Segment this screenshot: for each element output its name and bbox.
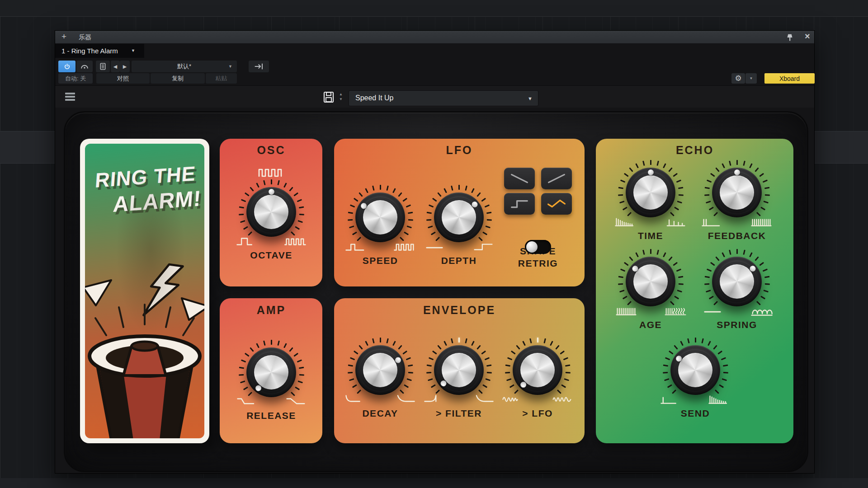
program-dropdown[interactable]: 默认* ▼ (132, 61, 237, 72)
feedback-min-icon (701, 216, 724, 228)
filter-max-icon (472, 393, 495, 406)
retrig-toggle[interactable] (525, 240, 551, 254)
event-list-icon[interactable] (96, 61, 110, 72)
save-preset-icon[interactable] (323, 91, 334, 103)
compare-button[interactable]: 对照 (96, 73, 150, 84)
knob-cap (442, 200, 476, 235)
preset-strip: ▲ ▼ Speed It Up ▼ (55, 85, 814, 108)
knob-cap (254, 195, 288, 229)
envelope-title: ENVELOPE (392, 304, 527, 317)
speed-min-icon (344, 240, 368, 253)
window-title: 乐器 (79, 33, 91, 42)
amp-title: AMP (203, 304, 339, 317)
feedback-label: FEEDBACK (687, 230, 787, 241)
spring-max-icon (750, 305, 773, 317)
artwork-title-line1: RING THE (94, 162, 196, 192)
chevron-down-icon: ▼ (131, 48, 135, 53)
octave-max-icon (284, 235, 307, 248)
pin-icon[interactable] (785, 33, 795, 42)
feedback-max-icon (750, 216, 773, 228)
knob-cap (442, 353, 476, 387)
instrument-window: + 乐器 × 1 - Ring The Alarm ▼ ◀ ▶ 默认* ▼ (55, 30, 815, 474)
chevron-down-icon: ▼ (228, 64, 232, 69)
knob-cap (363, 353, 397, 387)
send-max-icon (708, 393, 731, 406)
previous-preset-button[interactable]: ◀ (111, 61, 120, 72)
time-min-icon (614, 216, 638, 228)
settings-dropdown-icon[interactable]: ▼ (745, 73, 757, 84)
menu-icon[interactable] (65, 93, 75, 101)
preset-dropdown[interactable]: Speed It Up ▼ (349, 90, 538, 106)
plugin-artwork: RING THE ALARM! (80, 139, 209, 443)
osc-title: OSC (203, 144, 339, 157)
artwork-poster: RING THE ALARM! (85, 144, 204, 438)
lightning-bolt-art (137, 259, 188, 323)
preset-stepper[interactable]: ▲ ▼ (338, 92, 344, 103)
daw-background: + 乐器 × 1 - Ring The Alarm ▼ ◀ ▶ 默认* ▼ (0, 0, 868, 488)
lfo-amount-max-icon (550, 393, 574, 406)
release-label: RELEASE (222, 410, 321, 421)
instrument-selector[interactable]: 1 - Ring The Alarm ▼ (55, 44, 144, 58)
send-min-icon (659, 393, 683, 406)
add-instrument-icon[interactable]: + (61, 32, 66, 42)
window-titlebar: + 乐器 × (55, 31, 814, 44)
lfo-shape-ramp-up-button[interactable] (541, 168, 572, 189)
gear-icon[interactable]: ⚙ (731, 73, 745, 84)
knob-cap (678, 353, 712, 387)
send-label: SEND (646, 408, 745, 419)
spring-min-icon (701, 305, 724, 317)
lfo-shape-square-button[interactable] (504, 193, 535, 215)
lfo-shape-triangle-button[interactable] (541, 193, 572, 215)
knob-cap (720, 264, 754, 299)
automation-toggle[interactable]: 自动: 关 (58, 73, 93, 84)
filter-min-icon (423, 393, 446, 406)
xboard-button[interactable]: Xboard (764, 73, 815, 84)
bottom-lane (0, 478, 868, 488)
decay-min-icon (344, 393, 368, 406)
echo-title: ECHO (627, 144, 763, 157)
lfo-amount-label: > LFO (488, 408, 587, 419)
jump-to-icon[interactable] (249, 61, 269, 72)
instrument-selector-label: 1 - Ring The Alarm (61, 47, 118, 55)
age-min-icon (614, 305, 638, 317)
lfo-title: LFO (392, 144, 527, 157)
retrig-label: RETRIG (488, 258, 588, 269)
time-label: TIME (601, 230, 700, 241)
power-button[interactable] (58, 61, 75, 72)
artwork-title-line2: ALARM! (112, 186, 202, 217)
paste-button[interactable]: 粘贴 (206, 73, 237, 84)
age-max-icon (663, 305, 687, 317)
program-dropdown-label: 默认* (177, 62, 191, 70)
knob-cap (520, 353, 555, 387)
megaphone-art (85, 292, 204, 438)
release-min-icon (235, 395, 259, 408)
lfo-amount-min-icon (501, 393, 525, 406)
speed-max-icon (393, 240, 416, 253)
retrig-toggle-handle (526, 241, 538, 253)
knob-cap (633, 264, 668, 299)
knob-cap (720, 175, 754, 210)
close-icon[interactable]: × (805, 31, 810, 42)
chevron-down-icon: ▼ (528, 96, 533, 101)
copy-button[interactable]: 复制 (151, 73, 205, 84)
knob-cap (254, 355, 288, 389)
decay-max-icon (393, 393, 416, 406)
knob-indicator-dot (734, 169, 740, 175)
spring-label: SPRING (687, 319, 787, 330)
knob-cap (633, 175, 668, 210)
age-label: AGE (601, 319, 700, 330)
timeline-ruler (0, 0, 868, 17)
stepper-up-icon[interactable]: ▲ (339, 92, 343, 96)
knob-indicator-dot (648, 169, 654, 175)
lfo-shape-ramp-down-button[interactable] (504, 168, 535, 189)
time-max-icon (663, 216, 687, 228)
release-max-icon (284, 395, 307, 408)
next-preset-button[interactable]: ▶ (120, 61, 130, 72)
knob-indicator-dot (269, 189, 274, 195)
preset-name: Speed It Up (355, 94, 394, 102)
depth-min-icon (423, 240, 446, 253)
bypass-icon[interactable] (76, 61, 93, 72)
octave-label: OCTAVE (222, 250, 321, 261)
knob-cap (363, 200, 397, 235)
stepper-down-icon[interactable]: ▼ (339, 97, 343, 101)
